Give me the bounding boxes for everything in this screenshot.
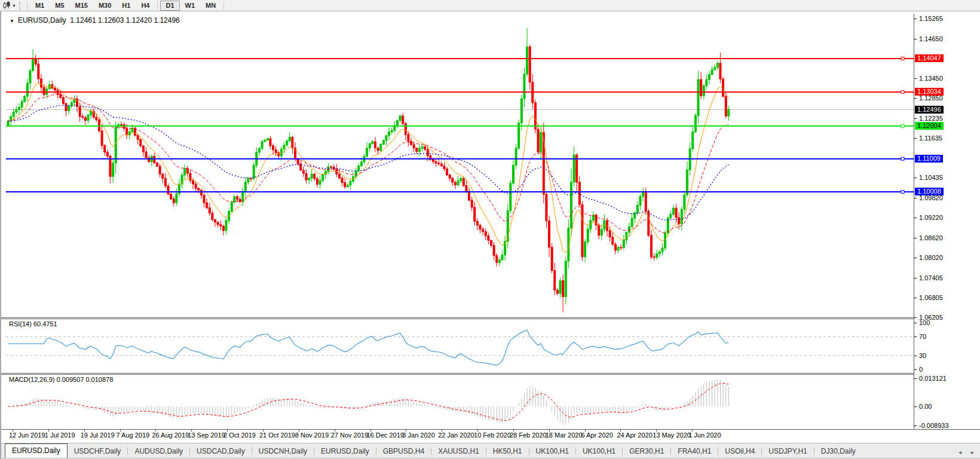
candles-layer [7,28,730,312]
toolbar-grip[interactable] [19,2,22,10]
price-axis-tick [914,298,917,298]
price-axis-tick [914,278,917,279]
date-axis-label: 1 Jun 2020 [688,432,721,439]
chart-tab-dj30-daily[interactable]: DJ30,Daily [814,445,862,458]
timeframe-h1-button[interactable]: H1 [117,1,136,11]
chevron-down-icon[interactable]: ▼ [10,19,14,24]
rsi-canvas[interactable] [6,319,914,373]
price-axis-tick [914,238,917,238]
rsi-axis-tick [914,356,917,356]
price-axis-tick [914,138,917,139]
date-axis-label: 12 Jun 2019 [9,432,45,439]
price-badge-1.13034[interactable]: 1.13034 [915,88,944,96]
price-axis-tick [914,317,917,318]
chart-tab-usdjpy-h1[interactable]: USDJPY,H1 [762,445,813,458]
timeframe-m1-button[interactable]: M1 [30,1,50,11]
price-axis-tick [914,39,917,39]
toolbar-separator [157,2,158,10]
timeframe-m5-button[interactable]: M5 [50,1,69,11]
rsi-axis-tick [914,323,917,323]
date-axis[interactable]: 12 Jun 20191 Jul 201919 Jul 20197 Aug 20… [6,430,914,440]
pane-splitter[interactable] [1,373,980,374]
date-axis-label: 13 May 2020 [653,432,691,439]
chart-tab-uk100-h1[interactable]: UK100,H1 [529,445,575,458]
timeframe-h4-button[interactable]: H4 [136,1,155,11]
ma-22-line [8,94,729,232]
hline-handle[interactable] [901,57,904,60]
toolbar-separator [27,2,27,10]
timeframe-m30-button[interactable]: M30 [93,1,117,11]
chevron-down-icon[interactable]: ▼ [12,4,16,8]
candlestick-chart-icon[interactable] [2,1,11,10]
chart-tab-hk50-h1[interactable]: HK50,H1 [486,445,529,458]
hline-handle[interactable] [901,190,904,193]
macd-label: MACD(12,26,9) 0.009507 0.010878 [9,376,113,383]
toolbar-separator [223,2,224,10]
timeframe-m15-button[interactable]: M15 [70,1,93,11]
price-axis-label: 1.09220 [919,214,943,221]
date-axis-label: 7 Aug 2019 [117,432,150,439]
chart-tab-usoil-h4[interactable]: USOil,H4 [718,445,761,458]
date-axis-label: 2 Oct 2019 [223,432,256,439]
timeframe-w1-button[interactable]: W1 [180,1,201,11]
main-price-pane[interactable] [6,14,914,317]
price-badge-1.11009[interactable]: 1.11009 [915,155,943,163]
chart-window: ▼EURUSD,Daily 1.12461 1.12603 1.12420 1.… [0,11,980,459]
price-chart-canvas[interactable] [6,14,914,317]
chart-tab-xauusd-h1[interactable]: XAUUSD,H1 [431,445,486,458]
chart-tab-usdcad-daily[interactable]: USDCAD,Daily [190,445,252,458]
date-axis-label: 24 Apr 2020 [617,432,652,439]
price-badge-1.12496[interactable]: 1.12496 [915,106,944,114]
date-axis-label: 8 Nov 2019 [295,432,329,439]
rsi-axis-label: 70 [919,333,926,340]
macd-histogram [8,380,729,426]
date-axis-label: 10 Feb 2020 [474,432,511,439]
price-axis[interactable]: 1.152651.146501.134501.128501.122351.116… [914,14,980,429]
chart-tab-audusd-daily[interactable]: AUDUSD,Daily [128,445,189,458]
timeframe-mn-button[interactable]: MN [200,1,221,11]
date-axis-label: 3 Jan 2020 [402,432,434,439]
chart-tab-fra40-h1[interactable]: FRA40,H1 [671,445,718,458]
chart-tab-eurusd-daily[interactable]: EURUSD,Daily [314,445,376,458]
price-axis-label: 1.15265 [919,15,943,22]
rsi-axis-label: 30 [919,352,926,359]
price-axis-label: 1.07405 [919,274,943,281]
tab-scroll-right-icon[interactable]: ► [970,449,975,455]
price-axis-tick [914,118,917,119]
price-axis-label: 1.06805 [919,294,943,301]
chart-tab-eurusd-daily[interactable]: EURUSD,Daily [5,443,68,458]
chart-title: ▼EURUSD,Daily 1.12461 1.12603 1.12420 1.… [10,16,180,25]
macd-axis-tick [914,378,917,379]
chart-tab-usdchf-daily[interactable]: USDCHF,Daily [68,445,128,458]
macd-axis-label: 0.00 [919,403,932,410]
price-badge-1.12004[interactable]: 1.12004 [915,122,944,130]
price-axis-tick [914,218,917,218]
price-axis-label: 1.14650 [919,35,943,42]
rsi-axis-tick [914,336,917,337]
hline-handle[interactable] [901,124,904,127]
tab-scroll-left-icon[interactable]: ◄ [957,449,963,455]
chart-tab-usdcnh-daily[interactable]: USDCNH,Daily [252,445,314,458]
hline-handle[interactable] [901,90,904,93]
hline-handle[interactable] [901,157,904,160]
chart-tab-gbpusd-h4[interactable]: GBPUSD,H4 [376,445,431,458]
rsi-axis-label: 100 [919,319,930,326]
date-axis-label: 13 Sep 2019 [188,432,225,439]
macd-pane[interactable]: MACD(12,26,9) 0.009507 0.010878 [6,375,914,429]
rsi-pane[interactable]: RSI(14) 60.4751 [6,319,914,373]
price-badge-1.14047[interactable]: 1.14047 [915,54,944,62]
price-badge-1.10008[interactable]: 1.10008 [915,188,944,195]
price-axis-label: 1.11635 [919,134,942,142]
date-axis-label: 1 Jul 2019 [45,432,75,439]
pane-splitter[interactable] [1,317,980,318]
macd-axis-label: -0.008933 [919,422,949,429]
chart-tab-uk100-h1[interactable]: UK100,H1 [576,445,622,458]
macd-canvas[interactable] [6,375,914,429]
chart-tab-ger30-h1[interactable]: GER30,H1 [623,445,670,458]
macd-axis-tick [914,426,917,426]
timeframe-d1-button[interactable]: D1 [160,1,179,11]
price-axis-label: 1.12235 [919,115,943,122]
timeframe-bar: M1M5M15M30H1H4D1W1MN [24,1,226,11]
price-axis-tick [914,198,917,198]
date-axis-label: 16 Dec 2019 [367,432,404,439]
